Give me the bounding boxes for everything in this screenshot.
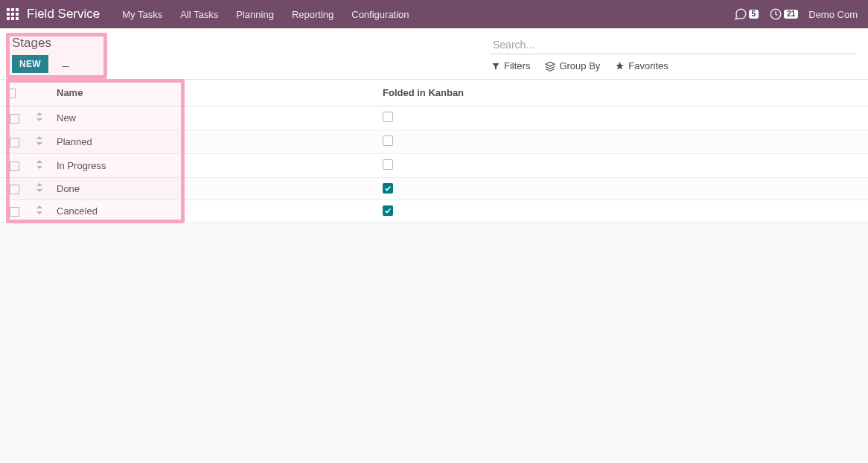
drag-handle-icon[interactable]: [36, 136, 43, 145]
svg-marker-17: [36, 189, 42, 192]
drag-handle-icon[interactable]: [36, 183, 43, 192]
app-brand[interactable]: Field Service: [27, 7, 100, 22]
nav-configuration[interactable]: Configuration: [342, 1, 418, 28]
control-right: Filters Group By Favorites: [491, 36, 856, 71]
download-button[interactable]: [57, 56, 74, 72]
header-name[interactable]: Name: [51, 80, 377, 106]
groupby-label: Group By: [559, 60, 600, 71]
table-row[interactable]: New: [0, 106, 868, 130]
svg-marker-15: [36, 166, 42, 169]
funnel-icon: [491, 62, 500, 71]
svg-marker-18: [36, 205, 42, 208]
svg-rect-7: [11, 17, 14, 20]
unchecked-icon[interactable]: [383, 135, 393, 146]
new-button[interactable]: NEW: [12, 55, 48, 73]
filters-button[interactable]: Filters: [491, 60, 530, 71]
svg-marker-14: [36, 160, 42, 163]
cell-folded[interactable]: [377, 200, 868, 223]
favorites-label: Favorites: [628, 60, 668, 71]
table-row[interactable]: Canceled: [0, 200, 868, 223]
svg-rect-5: [16, 13, 19, 16]
cell-name[interactable]: Done: [51, 178, 377, 200]
table-row[interactable]: Done: [0, 178, 868, 200]
drag-handle-icon[interactable]: [36, 160, 43, 169]
header-handle: [28, 80, 51, 106]
drag-handle-icon[interactable]: [36, 112, 43, 121]
button-row: NEW: [12, 55, 74, 73]
unchecked-icon[interactable]: [383, 112, 393, 122]
svg-marker-13: [36, 142, 42, 145]
star-icon: [615, 61, 625, 71]
cell-folded[interactable]: [377, 178, 868, 200]
svg-marker-19: [36, 211, 42, 214]
groupby-button[interactable]: Group By: [545, 60, 600, 71]
cell-folded[interactable]: [377, 106, 868, 130]
top-navbar: Field Service My Tasks All Tasks Plannin…: [0, 0, 868, 28]
cell-name[interactable]: New: [51, 106, 377, 130]
cell-folded[interactable]: [377, 154, 868, 178]
svg-marker-12: [36, 136, 42, 139]
svg-rect-6: [7, 17, 10, 20]
messages-badge: 5: [749, 10, 759, 19]
drag-handle-icon[interactable]: [36, 205, 43, 214]
nav-reporting[interactable]: Reporting: [283, 1, 342, 28]
stages-table: Name Folded in Kanban NewPlannedIn Progr…: [0, 80, 868, 223]
control-panel: Stages NEW Filters Group By Favorites: [0, 28, 868, 80]
apps-icon[interactable]: [6, 7, 19, 21]
control-left: Stages NEW: [12, 36, 74, 73]
favorites-button[interactable]: Favorites: [615, 60, 668, 71]
nav-items: My Tasks All Tasks Planning Reporting Co…: [113, 1, 418, 28]
filters-label: Filters: [504, 60, 530, 71]
svg-marker-11: [36, 118, 42, 121]
table-row[interactable]: In Progress: [0, 154, 868, 178]
header-select-all[interactable]: [0, 80, 28, 106]
row-checkbox[interactable]: [10, 185, 19, 194]
nav-planning[interactable]: Planning: [227, 1, 283, 28]
layers-icon: [545, 61, 555, 71]
row-checkbox[interactable]: [10, 138, 19, 147]
cell-name[interactable]: In Progress: [51, 154, 377, 178]
checked-icon[interactable]: [383, 205, 393, 216]
svg-marker-16: [36, 183, 42, 186]
list-view: Name Folded in Kanban NewPlannedIn Progr…: [0, 80, 868, 223]
svg-rect-1: [11, 8, 14, 11]
unchecked-icon[interactable]: [383, 159, 393, 170]
cell-name[interactable]: Planned: [51, 130, 377, 154]
user-menu[interactable]: Demo Com: [808, 9, 858, 20]
cell-folded[interactable]: [377, 130, 868, 154]
table-row[interactable]: Planned: [0, 130, 868, 154]
svg-marker-10: [36, 112, 42, 115]
row-checkbox[interactable]: [10, 207, 19, 217]
activities-badge: 21: [784, 10, 798, 19]
topbar-right: 5 21 Demo Com: [734, 7, 862, 21]
row-checkbox[interactable]: [10, 162, 19, 171]
row-checkbox[interactable]: [10, 114, 19, 124]
page-title: Stages: [12, 36, 74, 51]
cell-name[interactable]: Canceled: [51, 200, 377, 223]
nav-my-tasks[interactable]: My Tasks: [113, 1, 171, 28]
search-input[interactable]: [491, 36, 856, 54]
nav-all-tasks[interactable]: All Tasks: [171, 1, 227, 28]
svg-rect-4: [11, 13, 14, 16]
svg-rect-2: [16, 8, 19, 11]
header-folded[interactable]: Folded in Kanban: [377, 80, 868, 106]
filter-row: Filters Group By Favorites: [491, 60, 856, 71]
activities-icon[interactable]: 21: [769, 7, 798, 21]
svg-rect-0: [7, 8, 10, 11]
checked-icon[interactable]: [383, 183, 393, 194]
messages-icon[interactable]: 5: [734, 7, 759, 21]
svg-rect-8: [16, 17, 19, 20]
svg-rect-3: [7, 13, 10, 16]
